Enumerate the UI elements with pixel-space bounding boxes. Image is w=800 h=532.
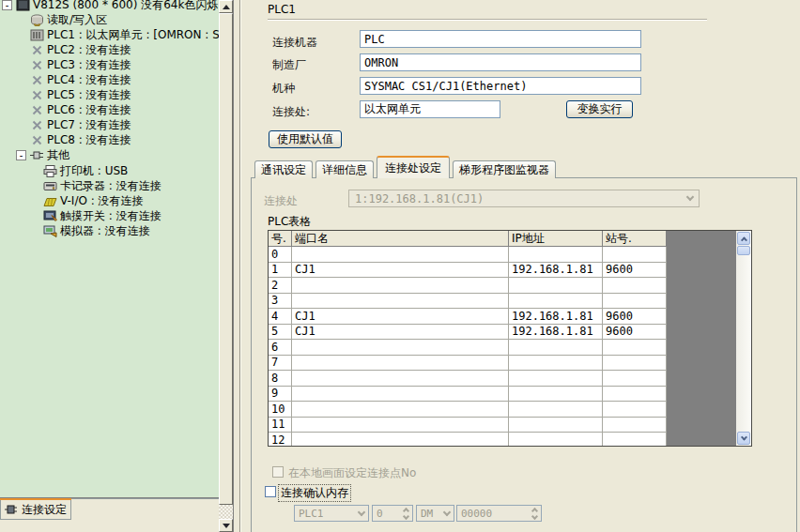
tree-item-plc1[interactable]: PLC1 : 以太网单元 : [OMRON : S: [0, 27, 219, 42]
tree-item-label: 读取/写入区: [44, 12, 107, 28]
tree-item-v812s[interactable]: - V812S (800 * 600) 没有64k色闪烁: [0, 0, 219, 12]
card-recorder-icon: [42, 180, 57, 192]
tree-item-read-write-area[interactable]: 读取/写入区: [0, 12, 219, 27]
arrow-up-icon: [223, 5, 230, 9]
simulator-icon: [42, 225, 57, 237]
tab-ladder-monitor[interactable]: 梯形程序图监视器: [453, 160, 556, 178]
tree-item-plc2[interactable]: PLC2 : 没有连接: [0, 42, 219, 57]
manufacturer-input[interactable]: [360, 53, 641, 71]
tab-page-frame: [251, 177, 797, 532]
app-window: - V812S (800 * 600) 没有64k色闪烁 读取/写入区 PLC1…: [0, 0, 800, 532]
tabbar-top-line: [71, 498, 219, 499]
tree-item-label: 卡记录器 : 没有连接: [57, 178, 162, 194]
convert-execute-button[interactable]: 变换实行: [566, 100, 633, 118]
settings-tabstrip: 通讯设定 详细信息 连接处设定 梯形程序图监视器: [254, 155, 556, 178]
tree-item-plc7[interactable]: PLC7 : 没有连接: [0, 118, 219, 133]
tree-item-label: V812S (800 * 600) 没有64k色闪烁: [30, 0, 218, 13]
field-label-target: 连接处:: [272, 104, 310, 120]
no-connection-x-icon: [29, 104, 44, 116]
tree-item-label: PLC2 : 没有连接: [44, 42, 131, 58]
arrow-down-icon: [223, 524, 230, 528]
tree-item-label: 其他: [44, 147, 69, 163]
project-tree-panel: - V812S (800 * 600) 没有64k色闪烁 读取/写入区 PLC1…: [0, 0, 219, 498]
tree-item-simulator[interactable]: 模拟器 : 没有连接: [0, 223, 219, 238]
tree-item-label: V-I/O : 没有连接: [57, 193, 144, 209]
model-input[interactable]: [360, 77, 641, 95]
tab-label: 连接设定: [19, 502, 67, 518]
field-label-manufacturer: 制造厂: [272, 57, 306, 73]
collapse-minus-icon[interactable]: -: [2, 0, 12, 10]
use-defaults-button[interactable]: 使用默认值: [269, 130, 342, 148]
tree-item-label: PLC6 : 没有连接: [44, 102, 131, 118]
field-label-model: 机种: [272, 81, 295, 97]
tree-scrollbar[interactable]: [219, 0, 233, 532]
no-connection-x-icon: [29, 89, 44, 101]
tree-item-label: PLC3 : 没有连接: [44, 57, 131, 73]
no-connection-x-icon: [29, 59, 44, 71]
tree-item-label: PLC4 : 没有连接: [44, 72, 131, 88]
no-connection-x-icon: [29, 134, 44, 146]
tab-detail-info[interactable]: 详细信息: [315, 160, 374, 178]
tab-communication-settings[interactable]: 通讯设定: [254, 160, 313, 178]
tree-item-label: PLC1 : 以太网单元 : [OMRON : S: [44, 27, 219, 43]
printer-icon: [42, 165, 57, 177]
tree-item-plc3[interactable]: PLC3 : 没有连接: [0, 57, 219, 72]
tab-target-settings[interactable]: 连接处设定: [377, 156, 450, 178]
no-connection-x-icon: [29, 74, 44, 86]
device-input[interactable]: [360, 30, 641, 48]
tree-item-label: 触摸开关 : 没有连接: [57, 208, 162, 224]
tree-item-card-recorder[interactable]: 卡记录器 : 没有连接: [0, 178, 219, 193]
tree-item-plc6[interactable]: PLC6 : 没有连接: [0, 103, 219, 118]
plc-rack-icon: [29, 29, 44, 41]
no-connection-x-icon: [29, 44, 44, 56]
tree-item-vio[interactable]: V-I/O : 没有连接: [0, 193, 219, 208]
tree-item-plc4[interactable]: PLC4 : 没有连接: [0, 72, 219, 87]
tree-item-label: 打印机 : USB: [57, 163, 128, 179]
splitter-highlight: [240, 0, 241, 532]
tree-item-touch-switch[interactable]: 触摸开关 : 没有连接: [0, 208, 219, 223]
field-label-device: 连接机器: [272, 35, 317, 51]
vio-icon: [42, 195, 57, 207]
title-separator: [268, 19, 707, 21]
scroll-up-button[interactable]: [219, 0, 233, 13]
panel-splitter[interactable]: [233, 0, 242, 532]
touch-switch-icon: [42, 210, 57, 222]
connection-settings-icon: [4, 504, 19, 516]
no-connection-x-icon: [29, 119, 44, 131]
tab-connection-settings[interactable]: 连接设定: [0, 500, 71, 520]
tree-item-printer[interactable]: 打印机 : USB: [0, 163, 219, 178]
tree-item-other[interactable]: - 其他: [0, 148, 219, 163]
tree-item-plc5[interactable]: PLC5 : 没有连接: [0, 88, 219, 103]
tree-item-label: PLC5 : 没有连接: [44, 87, 131, 103]
tree-item-plc8[interactable]: PLC8 : 没有连接: [0, 133, 219, 148]
scroll-down-button[interactable]: [219, 519, 233, 532]
collapse-minus-icon[interactable]: -: [16, 150, 26, 160]
hmi-monitor-icon: [15, 0, 30, 11]
target-input[interactable]: [360, 100, 500, 118]
tree-item-label: PLC7 : 没有连接: [44, 117, 131, 133]
read-write-area-icon: [29, 14, 44, 26]
tree-item-label: PLC8 : 没有连接: [44, 132, 131, 148]
tree-item-label: 模拟器 : 没有连接: [57, 223, 150, 239]
page-title: PLC1: [268, 3, 296, 16]
connector-icon: [29, 149, 44, 161]
scrollbar-thumb[interactable]: [219, 13, 233, 505]
